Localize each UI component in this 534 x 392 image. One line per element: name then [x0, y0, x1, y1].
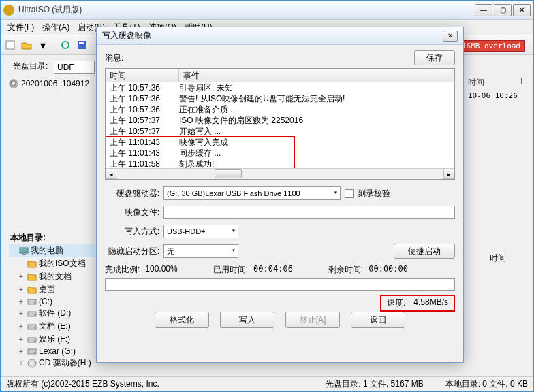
drive-icon	[27, 335, 37, 344]
local-dir-status: 本地目录: 0 文件, 0 KB	[445, 378, 528, 390]
svg-rect-3	[79, 42, 84, 44]
folder-icon	[27, 272, 37, 282]
expand-icon[interactable]: +	[17, 310, 25, 317]
tree-label: (C:)	[39, 297, 52, 306]
col-time[interactable]: 时间	[106, 69, 179, 82]
log-row[interactable]: 上午 10:57:37ISO 映像文件的扇区数为 2252016	[106, 115, 454, 126]
maximize-button[interactable]: ▢	[494, 4, 512, 16]
tree-item[interactable]: +软件 (D:)	[9, 307, 95, 320]
tree-item[interactable]: +CD 驱动器(H:)	[9, 357, 95, 370]
tree-label: 我的电脑	[31, 245, 63, 257]
time-header-2: 时间	[490, 252, 506, 264]
log-event: 开始写入 ...	[179, 126, 454, 137]
drive-label: 硬盘驱动器:	[105, 188, 159, 199]
format-field[interactable]: UDF	[54, 61, 95, 74]
verify-checkbox[interactable]	[345, 189, 354, 198]
drive-dropdown[interactable]: (G:, 30 GB)Lexar USB Flash Drive 1100	[163, 186, 341, 200]
computer-icon	[19, 246, 29, 256]
log-time: 上午 11:01:43	[106, 137, 179, 148]
open-icon[interactable]	[20, 38, 33, 52]
dropdown-icon[interactable]: ▾	[36, 38, 50, 52]
log-time: 上午 10:57:37	[106, 126, 179, 137]
right-panel: 时间 L 10-06 10:26	[468, 77, 525, 100]
dialog-titlebar: 写入硬盘映像 ✕	[97, 27, 463, 45]
log-row[interactable]: 上午 10:57:36引导扇区: 未知	[106, 82, 454, 93]
expand-icon[interactable]: +	[17, 359, 25, 367]
log-hscrollbar[interactable]: ◂ ▸	[106, 168, 454, 179]
log-time: 上午 11:01:43	[106, 148, 179, 159]
local-tree: 我的电脑我的ISO文档+我的文档+桌面+(C:)+软件 (D:)+文档 (E:)…	[9, 244, 95, 370]
save-button[interactable]: 保存	[414, 50, 455, 65]
log-row[interactable]: 上午 11:01:43映像写入完成	[106, 137, 454, 148]
disc-tree-item[interactable]: 20201006_104912	[9, 77, 93, 91]
write-button[interactable]: 写入	[220, 312, 274, 328]
speed-label: 速度:	[387, 297, 405, 309]
log-row[interactable]: 上午 10:57:36正在准备介质 ...	[106, 104, 454, 115]
back-button[interactable]: 返回	[351, 312, 405, 328]
tree-label: 文档 (E:)	[39, 321, 71, 332]
tree-item[interactable]: +Lexar (G:)	[9, 346, 95, 357]
tree-label: CD 驱动器(H:)	[39, 357, 91, 369]
hidden-partition-dropdown[interactable]: 无	[163, 244, 238, 258]
disc-icon	[9, 79, 18, 88]
svg-rect-0	[6, 41, 14, 49]
expand-icon[interactable]: +	[17, 336, 25, 343]
drive-icon	[27, 297, 37, 306]
progress-bar	[105, 278, 455, 291]
log-time: 上午 10:57:36	[106, 82, 179, 93]
write-mode-dropdown[interactable]: USB-HDD+	[163, 225, 238, 238]
expand-icon[interactable]: +	[17, 298, 25, 306]
tree-item[interactable]: 我的电脑	[9, 244, 95, 257]
menu-action[interactable]: 操作(A)	[38, 22, 74, 33]
expand-icon[interactable]: +	[17, 323, 25, 330]
menu-file[interactable]: 文件(F)	[3, 22, 38, 33]
image-file-input[interactable]	[163, 206, 455, 219]
write-mode-label: 写入方式:	[105, 226, 159, 238]
log-listview[interactable]: 时间 事件 上午 10:57:36引导扇区: 未知上午 10:57:36警告! …	[105, 68, 455, 180]
expand-icon[interactable]: +	[17, 348, 25, 355]
tree-item[interactable]: +我的文档	[9, 270, 95, 283]
close-button[interactable]: ✕	[513, 4, 531, 16]
dialog-title: 写入硬盘映像	[102, 30, 443, 42]
col-l: L	[520, 77, 525, 86]
tree-label: 娱乐 (F:)	[39, 333, 70, 345]
log-row[interactable]: 上午 11:01:43同步缓存 ...	[106, 148, 454, 159]
scroll-thumb[interactable]	[215, 169, 242, 178]
titlebar: UltraISO (试用版) — ▢ ✕	[1, 1, 533, 20]
tree-item[interactable]: +娱乐 (F:)	[9, 333, 95, 346]
progress-value: 100.00%	[145, 264, 177, 276]
log-row[interactable]: 上午 10:57:36警告! 从ISO映像创建的U盘可能无法完全启动!	[106, 93, 454, 104]
image-label: 映像文件:	[105, 207, 159, 218]
quick-boot-button[interactable]: 便捷启动	[394, 244, 455, 259]
main-window: UltraISO (试用版) — ▢ ✕ 文件(F) 操作(A) 启动(B) 工…	[0, 0, 534, 392]
abort-button[interactable]: 终止[A]	[285, 312, 340, 328]
tree-item[interactable]: +桌面	[9, 283, 95, 296]
new-icon[interactable]	[3, 38, 17, 52]
svg-point-17	[31, 362, 33, 364]
save-icon[interactable]	[75, 38, 89, 52]
window-controls: — ▢ ✕	[475, 4, 531, 16]
tree-item[interactable]: +文档 (E:)	[9, 320, 95, 333]
elapsed-label: 已用时间:	[213, 264, 248, 276]
expand-icon[interactable]: +	[17, 273, 25, 280]
dialog-close-button[interactable]: ✕	[443, 31, 458, 42]
log-header: 时间 事件	[106, 69, 454, 82]
tree-item[interactable]: 我的ISO文档	[9, 257, 95, 270]
svg-rect-4	[20, 248, 28, 253]
format-button[interactable]: 格式化	[155, 312, 209, 328]
message-label: 消息:	[105, 52, 414, 64]
refresh-icon[interactable]	[59, 38, 72, 52]
svg-point-9	[34, 314, 35, 316]
scroll-right-icon[interactable]: ▸	[443, 169, 454, 179]
log-event: 同步缓存 ...	[179, 148, 454, 159]
scroll-left-icon[interactable]: ◂	[106, 169, 116, 179]
statusbar: 版权所有 (c)2002-2015 EZB Systems, Inc. 光盘目录…	[1, 376, 533, 391]
log-row[interactable]: 上午 10:57:37开始写入 ...	[106, 126, 454, 137]
toolbar-separator	[54, 37, 54, 52]
minimize-button[interactable]: —	[475, 4, 492, 16]
disc-dir-status: 光盘目录: 1 文件, 5167 MB	[326, 378, 423, 390]
tree-item[interactable]: +(C:)	[9, 296, 95, 307]
svg-point-15	[34, 352, 35, 353]
col-event[interactable]: 事件	[179, 69, 454, 82]
expand-icon[interactable]: +	[17, 286, 25, 293]
